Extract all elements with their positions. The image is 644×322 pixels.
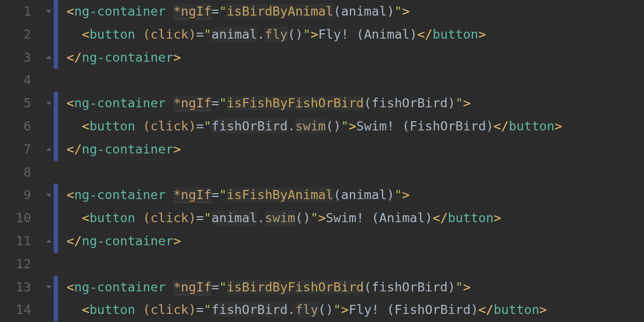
code-line[interactable]: </ng-container> bbox=[67, 46, 644, 69]
expression-method: fly bbox=[265, 27, 288, 42]
expression-obj: fishOrBird bbox=[211, 119, 288, 134]
code-line[interactable]: <ng-container *ngIf="isFishByFishOrBird(… bbox=[67, 92, 644, 115]
tag-name: ng-container bbox=[82, 50, 173, 65]
tag-name: ng-container bbox=[82, 142, 173, 157]
line-number: 2 bbox=[0, 23, 31, 46]
code-line[interactable] bbox=[67, 253, 644, 276]
expression-method: fly bbox=[295, 302, 318, 317]
text-content: Swim! (FishOrBird) bbox=[356, 119, 494, 134]
code-area[interactable]: <ng-container *ngIf="isBirdByAnimal(anim… bbox=[67, 0, 644, 322]
event-binding: (click) bbox=[143, 210, 196, 225]
event-binding: (click) bbox=[143, 27, 196, 42]
text-content: Fly! (FishOrBird) bbox=[349, 302, 478, 317]
tag-name: ng-container bbox=[74, 4, 165, 19]
tag-name: button bbox=[90, 210, 135, 225]
line-number-gutter: 1234567891011121314 bbox=[0, 0, 46, 322]
line-number: 5 bbox=[0, 92, 31, 115]
tag-name: ng-container bbox=[74, 280, 165, 295]
line-number: 6 bbox=[0, 115, 31, 138]
line-number: 1 bbox=[0, 0, 31, 23]
expression-obj: animal bbox=[211, 27, 257, 42]
code-line[interactable]: <ng-container *ngIf="isBirdByAnimal(anim… bbox=[67, 0, 644, 23]
tag-name: button bbox=[494, 302, 539, 317]
line-number: 12 bbox=[0, 253, 31, 276]
text-content: Fly! (Animal) bbox=[318, 27, 418, 42]
directive: *ngIf bbox=[173, 187, 211, 202]
line-number: 9 bbox=[0, 184, 31, 207]
line-number: 14 bbox=[0, 298, 31, 321]
fold-close-icon[interactable] bbox=[46, 54, 52, 61]
code-line[interactable] bbox=[67, 69, 644, 92]
fold-open-icon[interactable] bbox=[46, 8, 52, 14]
expression-func: isFishByFishOrBird bbox=[226, 96, 364, 111]
expression-arg: fishOrBird bbox=[371, 280, 448, 295]
expression-arg: fishOrBird bbox=[371, 96, 448, 111]
expression-func: isBirdByAnimal bbox=[226, 4, 333, 19]
expression-func: isBirdByFishOrBird bbox=[226, 280, 364, 295]
expression-arg: animal bbox=[341, 4, 386, 19]
line-number: 3 bbox=[0, 46, 31, 69]
line-number: 13 bbox=[0, 276, 31, 299]
line-number: 10 bbox=[0, 207, 31, 230]
fold-open-icon[interactable] bbox=[46, 192, 52, 199]
expression-obj: animal bbox=[211, 210, 257, 225]
code-line[interactable] bbox=[67, 161, 644, 184]
text-content: Swim! (Animal) bbox=[326, 210, 433, 225]
code-line[interactable]: <button (click)="fishOrBird.swim()">Swim… bbox=[67, 115, 644, 138]
directive: *ngIf bbox=[173, 280, 211, 295]
directive: *ngIf bbox=[173, 96, 211, 111]
fold-close-icon[interactable] bbox=[46, 238, 52, 244]
tag-name: button bbox=[90, 119, 135, 134]
tag-name: ng-container bbox=[82, 233, 173, 248]
event-binding: (click) bbox=[143, 119, 196, 134]
code-line[interactable]: </ng-container> bbox=[67, 230, 644, 253]
expression-method: swim bbox=[265, 210, 295, 225]
fold-column bbox=[46, 0, 67, 322]
code-line[interactable]: <ng-container *ngIf="isFishByAnimal(anim… bbox=[67, 184, 644, 207]
code-line[interactable]: <button (click)="animal.fly()">Fly! (Ani… bbox=[67, 23, 644, 46]
code-editor[interactable]: 1234567891011121314 <ng-container *ngIf=… bbox=[0, 0, 644, 322]
fold-open-icon[interactable] bbox=[46, 284, 52, 290]
expression-func: isFishByAnimal bbox=[226, 187, 333, 202]
directive: *ngIf bbox=[173, 4, 211, 19]
line-number: 7 bbox=[0, 138, 31, 161]
fold-open-icon[interactable] bbox=[46, 100, 52, 107]
line-number: 11 bbox=[0, 230, 31, 253]
tag-name: button bbox=[448, 210, 493, 225]
expression-method: swim bbox=[295, 119, 326, 134]
fold-close-icon[interactable] bbox=[46, 146, 52, 152]
line-number: 8 bbox=[0, 161, 31, 184]
tag-name: ng-container bbox=[74, 187, 165, 202]
expression-arg: animal bbox=[341, 187, 386, 202]
tag-name: button bbox=[90, 27, 135, 42]
code-line[interactable]: <ng-container *ngIf="isBirdByFishOrBird(… bbox=[67, 276, 644, 299]
line-number: 4 bbox=[0, 69, 31, 92]
code-line[interactable]: <button (click)="fishOrBird.fly()">Fly! … bbox=[67, 298, 644, 321]
tag-name: ng-container bbox=[74, 96, 165, 111]
expression-obj: fishOrBird bbox=[211, 302, 288, 317]
tag-name: button bbox=[509, 119, 554, 134]
tag-name: button bbox=[90, 302, 135, 317]
code-line[interactable]: <button (click)="animal.swim()">Swim! (A… bbox=[67, 207, 644, 230]
event-binding: (click) bbox=[143, 302, 196, 317]
tag-name: button bbox=[433, 27, 478, 42]
code-line[interactable]: </ng-container> bbox=[67, 138, 644, 161]
